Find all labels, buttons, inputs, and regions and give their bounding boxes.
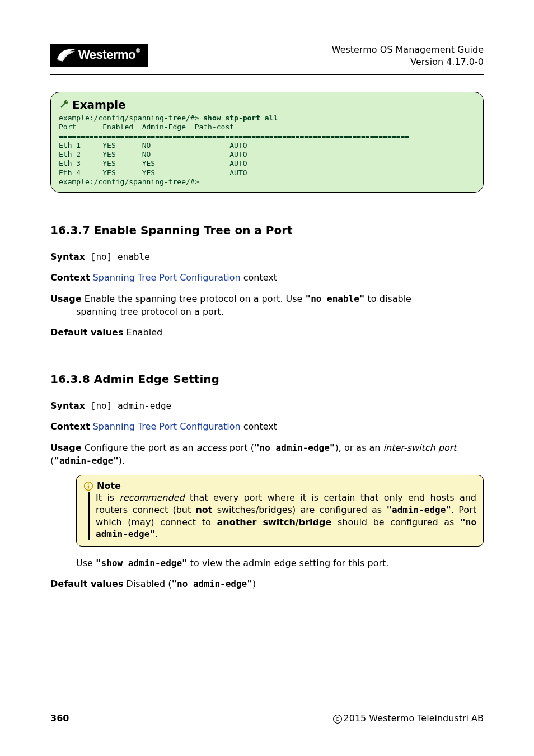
default-row: Default values Enabled: [50, 326, 484, 339]
context-row-2: Context Spanning Tree Port Configuration…: [50, 420, 484, 433]
wrench-icon: [59, 99, 70, 110]
note-title: Note: [97, 480, 121, 492]
section-heading-1637: 16.3.7 Enable Spanning Tree on a Port: [50, 223, 484, 237]
syntax-row: Syntax [no] enable: [50, 250, 484, 263]
usage-row: Usage Enable the spanning tree protocol …: [50, 292, 484, 318]
usage-row-2: Usage Configure the port as an access po…: [50, 441, 484, 467]
logo-text: Westermo®: [78, 48, 140, 62]
post-note-line: Use "show admin-edge" to view the admin …: [50, 557, 484, 570]
page-number: 360: [50, 713, 69, 724]
terminal-output: example:/config/spanning-tree/#> show st…: [59, 114, 475, 186]
header-title-block: Westermo OS Management Guide Version 4.1…: [332, 44, 484, 68]
note-body: It is recommended that every port where …: [88, 492, 476, 540]
note-box: Note It is recommended that every port w…: [76, 475, 484, 547]
context-link-2[interactable]: Spanning Tree Port Configuration: [93, 421, 241, 432]
example-title: Example: [72, 98, 126, 111]
info-icon: [83, 481, 93, 491]
svg-point-1: [88, 483, 89, 484]
svg-rect-2: [88, 485, 89, 488]
context-row: Context Spanning Tree Port Configuration…: [50, 271, 484, 284]
doc-version: Version 4.17.0-0: [332, 56, 484, 68]
section-heading-1638: 16.3.8 Admin Edge Setting: [50, 372, 484, 386]
westermo-logo: Westermo®: [50, 44, 148, 67]
page-header: Westermo® Westermo OS Management Guide V…: [50, 44, 484, 75]
syntax-row-2: Syntax [no] admin-edge: [50, 399, 484, 412]
context-link[interactable]: Spanning Tree Port Configuration: [93, 272, 241, 283]
page-footer: 360 c2015 Westermo Teleindustri AB: [50, 708, 484, 724]
logo-swoosh-icon: [56, 47, 76, 63]
copyright: c2015 Westermo Teleindustri AB: [333, 713, 484, 724]
doc-title: Westermo OS Management Guide: [332, 44, 484, 56]
example-box: Example example:/config/spanning-tree/#>…: [50, 92, 484, 193]
default-row-2: Default values Disabled ("no admin-edge"…: [50, 577, 484, 590]
